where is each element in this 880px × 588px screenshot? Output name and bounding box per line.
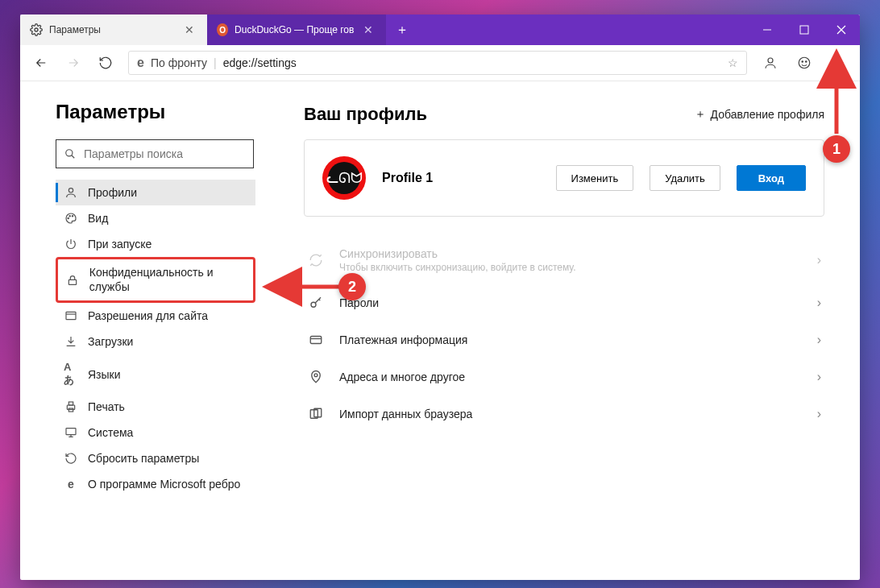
sidebar-item-label: Загрузки <box>88 335 133 348</box>
svg-line-13 <box>72 155 75 159</box>
person-icon <box>64 186 78 199</box>
tab-label: DuckDuckGo — Проще говоря <box>235 24 354 35</box>
back-button[interactable] <box>27 48 56 77</box>
sidebar-item-label: Языки <box>88 368 121 381</box>
more-menu-button[interactable] <box>823 48 853 78</box>
gear-icon <box>30 23 43 36</box>
sidebar-item-label: Система <box>88 426 133 439</box>
sidebar-item-privacy[interactable]: Конфиденциальность и службы <box>56 257 255 303</box>
url-box[interactable]: e По фронту | edge://settings ☆ <box>128 51 747 75</box>
reset-icon <box>64 452 78 465</box>
delete-profile-button[interactable]: Удалить <box>650 165 720 191</box>
sidebar-item-downloads[interactable]: Загрузки <box>56 329 255 354</box>
tab-duckduckgo[interactable]: O DuckDuckGo — Проще говоря ✕ <box>207 14 386 45</box>
minimize-button[interactable] <box>749 14 786 45</box>
chevron-right-icon: › <box>817 370 821 384</box>
tab-settings[interactable]: Параметры ✕ <box>20 14 207 45</box>
option-addresses[interactable]: Адреса и многое другое › <box>304 358 824 395</box>
printer-icon <box>64 400 78 413</box>
edit-profile-button[interactable]: Изменить <box>556 165 634 191</box>
svg-point-30 <box>314 374 318 377</box>
svg-point-12 <box>66 150 73 156</box>
sidebar-item-reset[interactable]: Сбросить параметры <box>56 445 255 471</box>
url-text: edge://settings <box>223 56 297 69</box>
profile-icon[interactable] <box>755 48 786 78</box>
browser-window: Параметры ✕ O DuckDuckGo — Проще говоря … <box>20 14 860 580</box>
svg-point-0 <box>35 28 38 31</box>
sidebar-item-startup[interactable]: При запуске <box>56 231 255 257</box>
svg-rect-19 <box>66 312 76 319</box>
option-sync: Синхронизировать Чтобы включить синхрони… <box>304 236 824 284</box>
chevron-right-icon: › <box>817 407 821 421</box>
option-label: Платежная информация <box>339 333 803 346</box>
svg-rect-23 <box>68 408 73 412</box>
add-profile-button[interactable]: ＋ Добавление профиля <box>695 107 824 122</box>
sidebar-item-label: При запуске <box>88 238 152 251</box>
close-icon[interactable]: ✕ <box>360 23 376 36</box>
svg-point-8 <box>806 61 807 63</box>
sidebar-item-label: Сбросить параметры <box>88 452 199 465</box>
svg-point-15 <box>68 217 68 218</box>
feedback-icon[interactable] <box>789 48 820 78</box>
edge-icon: e <box>64 478 78 491</box>
svg-rect-2 <box>800 26 808 34</box>
sidebar-item-about[interactable]: e О программе Microsoft ребро <box>56 471 255 497</box>
sidebar-item-label: Вид <box>88 212 108 225</box>
plus-icon: ＋ <box>695 107 706 122</box>
option-passwords[interactable]: Пароли › <box>304 284 824 321</box>
key-icon <box>307 296 325 310</box>
search-icon <box>64 148 76 159</box>
permissions-icon <box>64 309 78 322</box>
svg-point-9 <box>833 62 835 64</box>
option-label: Синхронизировать <box>339 247 803 260</box>
svg-point-16 <box>69 216 70 217</box>
settings-menu: Профили Вид При запуске Конфиденциальнос… <box>56 180 278 497</box>
tab-label: Параметры <box>49 24 101 35</box>
location-icon <box>307 370 325 384</box>
close-window-button[interactable] <box>823 14 860 45</box>
sidebar-item-print[interactable]: Печать <box>56 394 255 420</box>
login-button[interactable]: Вход <box>737 165 806 191</box>
svg-point-7 <box>802 61 803 63</box>
language-icon: Аあ <box>64 361 78 387</box>
sidebar-item-appearance[interactable]: Вид <box>56 205 255 231</box>
svg-rect-22 <box>68 402 73 405</box>
titlebar: Параметры ✕ O DuckDuckGo — Проще говоря … <box>20 14 860 45</box>
sidebar-item-profiles[interactable]: Профили <box>56 180 255 205</box>
sidebar-item-label: Профили <box>88 186 137 199</box>
edge-icon: e <box>137 56 144 70</box>
sidebar-item-languages[interactable]: Аあ Языки <box>56 354 255 394</box>
option-label: Пароли <box>339 296 803 309</box>
svg-rect-24 <box>66 429 76 435</box>
sidebar-item-system[interactable]: Система <box>56 420 255 445</box>
option-payment[interactable]: Платежная информация › <box>304 321 824 358</box>
sidebar-item-label: Разрешения для сайта <box>88 309 208 322</box>
add-profile-label: Добавление профиля <box>711 108 824 121</box>
option-label: Адреса и многое другое <box>339 371 803 383</box>
svg-point-10 <box>837 62 839 64</box>
settings-main: Ваш профиль ＋ Добавление профиля ᓚᘏᗢ Pro… <box>294 81 860 580</box>
power-icon <box>64 238 78 251</box>
svg-point-11 <box>841 62 843 64</box>
address-bar: e По фронту | edge://settings ☆ <box>20 45 860 81</box>
new-tab-button[interactable]: ＋ <box>386 14 418 45</box>
site-identity: По фронту <box>151 56 207 69</box>
lock-icon <box>66 274 80 287</box>
forward-button[interactable] <box>59 48 88 77</box>
search-input[interactable] <box>84 147 245 160</box>
option-import[interactable]: Импорт данных браузера › <box>304 395 824 433</box>
svg-point-17 <box>72 216 73 217</box>
import-icon <box>307 407 325 421</box>
sidebar-item-label: Конфиденциальность и службы <box>89 266 245 294</box>
favorite-icon[interactable]: ☆ <box>728 56 738 69</box>
settings-search[interactable] <box>56 139 254 168</box>
maximize-button[interactable] <box>786 14 823 45</box>
profile-name: Profile 1 <box>382 171 540 185</box>
chevron-right-icon: › <box>817 253 821 267</box>
refresh-button[interactable] <box>91 48 120 77</box>
close-icon[interactable]: ✕ <box>181 23 197 36</box>
sidebar-item-site-permissions[interactable]: Разрешения для сайта <box>56 303 255 329</box>
profile-card: ᓚᘏᗢ Profile 1 Изменить Удалить Вход <box>304 139 824 217</box>
chevron-right-icon: › <box>817 333 821 347</box>
svg-point-5 <box>768 58 773 63</box>
